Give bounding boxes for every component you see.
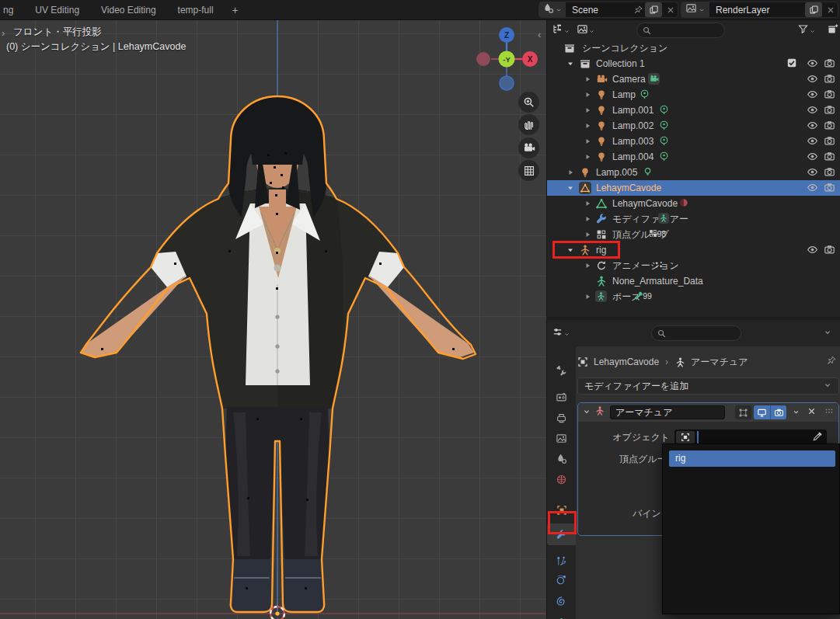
ortho-grid-icon[interactable] — [518, 160, 539, 181]
3d-viewport[interactable]: Z X -Y フロント・平行投影 (0) シーンコレクション | LehaymC… — [0, 20, 546, 619]
eye-icon[interactable] — [807, 244, 819, 256]
outliner-row-Lamp[interactable]: Lamp — [547, 87, 840, 103]
workspace-tab-temp-full[interactable]: temp-full — [167, 0, 225, 20]
extras-chevron-icon[interactable] — [792, 405, 800, 419]
eye-icon[interactable] — [807, 89, 819, 101]
render-toggle[interactable] — [770, 405, 786, 419]
render-visibility-camera-icon[interactable] — [824, 89, 836, 101]
expand-arrow-icon[interactable] — [583, 137, 592, 146]
filter-icon[interactable] — [797, 23, 816, 38]
collection-checkbox[interactable] — [786, 57, 799, 70]
toolbar-expand-arrow[interactable]: › — [2, 27, 5, 39]
eye-icon[interactable] — [807, 151, 819, 163]
properties-tab-constraints[interactable] — [547, 590, 576, 612]
outliner-type-icon[interactable] — [552, 23, 570, 38]
eye-icon[interactable] — [807, 57, 819, 70]
properties-tab-physics[interactable] — [547, 569, 576, 590]
gizmo-neg-z-axis[interactable] — [500, 76, 514, 90]
modifier-name-field[interactable]: アーマチュア — [610, 405, 725, 419]
expand-arrow-icon[interactable] — [583, 152, 592, 162]
object-search-field[interactable] — [674, 429, 827, 445]
display-mode-icon[interactable] — [577, 23, 595, 38]
render-layer-name[interactable]: RenderLayer — [709, 5, 805, 16]
workspace-tab-uv-editing[interactable]: UV Editing — [24, 0, 90, 20]
breadcrumb-object[interactable]: LehaymCavode — [594, 356, 659, 367]
editmode-toggle[interactable] — [735, 405, 751, 419]
expand-arrow-icon[interactable] — [583, 230, 592, 239]
add-workspace-button[interactable]: + — [225, 0, 246, 20]
properties-tab-world[interactable] — [547, 468, 576, 490]
expand-arrow-icon[interactable] — [583, 292, 592, 301]
breadcrumb-data[interactable]: アーマチュア — [691, 356, 748, 369]
eye-icon[interactable] — [807, 135, 819, 148]
add-modifier-button[interactable]: モディファイアーを追加 — [577, 377, 839, 395]
eye-icon[interactable] — [807, 120, 819, 132]
copy-icon[interactable] — [805, 2, 822, 17]
render-visibility-camera-icon[interactable] — [824, 166, 836, 179]
properties-tab-tool[interactable] — [547, 359, 576, 381]
properties-tab-render[interactable] — [547, 386, 576, 408]
properties-search-input[interactable] — [651, 325, 741, 341]
collapse-chevron-icon[interactable] — [582, 405, 591, 419]
properties-tab-scene[interactable] — [547, 447, 576, 469]
eye-icon[interactable] — [807, 104, 819, 116]
outliner-row--[interactable]: モディファイアー — [547, 211, 840, 227]
gizmo-neg-x-axis[interactable] — [476, 52, 490, 66]
close-icon[interactable] — [824, 5, 838, 15]
outliner-row-Lamp.004[interactable]: Lamp.004 — [547, 149, 840, 165]
pan-hand-icon[interactable] — [518, 114, 539, 135]
outliner-row-LehaymCavode[interactable]: LehaymCavode — [547, 180, 840, 196]
outliner-row--[interactable]: 頂点グループ98 — [547, 227, 840, 242]
render-visibility-camera-icon[interactable] — [824, 120, 836, 132]
expand-arrow-icon[interactable] — [583, 121, 592, 130]
camera-view-icon[interactable] — [518, 137, 539, 158]
modifier-panel-header[interactable]: アーマチュア — [578, 403, 838, 422]
collapse-arrow-icon[interactable] — [566, 59, 575, 68]
chevron-down-icon[interactable] — [823, 326, 832, 340]
renderlayer-icon[interactable] — [681, 2, 709, 18]
new-collection-icon[interactable] — [827, 23, 838, 38]
outliner-row-Lamp.003[interactable]: Lamp.003 — [547, 134, 840, 149]
render-visibility-camera-icon[interactable] — [824, 244, 836, 256]
expand-arrow-icon[interactable] — [583, 90, 592, 99]
render-visibility-camera-icon[interactable] — [824, 73, 836, 85]
popup-item-rig[interactable]: rig — [669, 450, 835, 467]
render-layer-picker[interactable]: RenderLayer — [681, 2, 838, 18]
scene-picker[interactable]: Scene — [539, 2, 678, 18]
workspace-tab-video-editing[interactable]: Video Editing — [90, 0, 167, 20]
zoom-icon[interactable] — [518, 92, 539, 113]
outliner-row--[interactable]: ポーズ99 — [547, 289, 840, 304]
navigation-gizmo[interactable]: Z X -Y — [476, 27, 538, 90]
outliner-row-Lamp.005[interactable]: Lamp.005 — [547, 165, 840, 180]
close-icon[interactable] — [807, 405, 817, 419]
render-visibility-camera-icon[interactable] — [824, 151, 836, 163]
render-visibility-camera-icon[interactable] — [824, 135, 836, 148]
workspace-tab-ng[interactable]: ng — [0, 0, 24, 20]
realtime-toggle[interactable] — [754, 405, 770, 419]
expand-arrow-icon[interactable] — [583, 199, 592, 208]
expand-arrow-icon[interactable] — [583, 106, 592, 115]
pin-icon[interactable] — [631, 5, 645, 15]
render-visibility-camera-icon[interactable] — [824, 182, 836, 194]
properties-tab-object-data[interactable] — [547, 611, 576, 619]
render-visibility-camera-icon[interactable] — [824, 104, 836, 116]
eye-icon[interactable] — [807, 182, 819, 194]
properties-type-icon[interactable] — [552, 326, 570, 341]
character-model[interactable] — [81, 96, 476, 612]
scene-icon[interactable] — [539, 2, 566, 18]
sidebar-collapse-arrow[interactable]: ‹ — [538, 29, 541, 40]
expand-arrow-icon[interactable] — [566, 168, 575, 177]
expand-arrow-icon[interactable] — [583, 75, 592, 84]
outliner-row--[interactable]: シーンコレクション — [547, 40, 840, 56]
eye-icon[interactable] — [807, 73, 819, 85]
expand-arrow-icon[interactable] — [583, 214, 592, 224]
properties-tab-view-layer[interactable] — [547, 427, 576, 449]
properties-tab-output[interactable] — [547, 407, 576, 429]
outliner-row--[interactable]: アニメーション — [547, 258, 840, 273]
render-visibility-camera-icon[interactable] — [824, 57, 836, 70]
scene-name[interactable]: Scene — [566, 5, 631, 16]
outliner-row-None_Armature_Data[interactable]: None_Armature_Data — [547, 273, 840, 289]
eye-icon[interactable] — [807, 166, 819, 179]
pin-icon[interactable] — [826, 355, 837, 369]
outliner-row-Camera[interactable]: Camera — [547, 71, 840, 87]
